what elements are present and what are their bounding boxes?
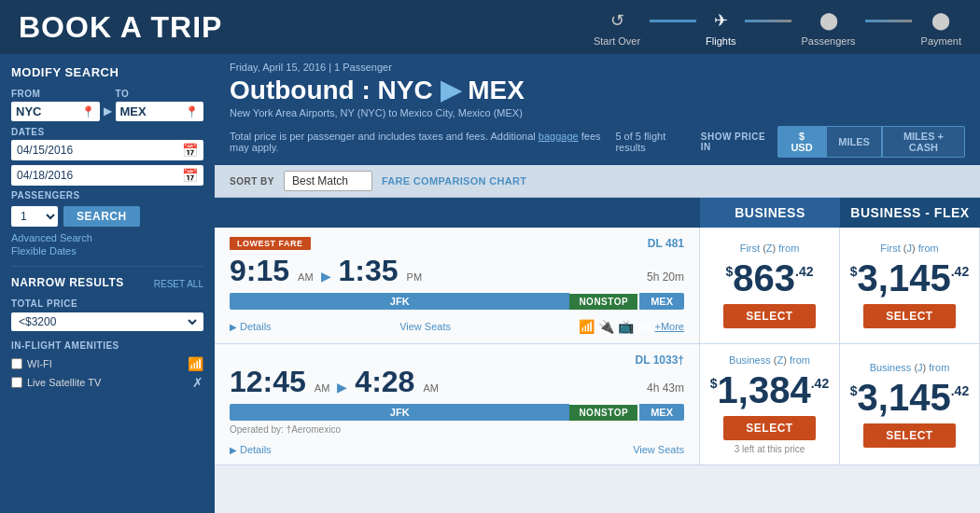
sort-select[interactable]: Best Match Price Duration xyxy=(284,171,372,191)
calendar-icon-2[interactable]: 📅 xyxy=(182,168,198,183)
business-flex-price-main-1: 3,145 xyxy=(858,259,951,297)
trip-title: Outbound : NYC ▶ MEX xyxy=(230,75,965,105)
dates-label: DATES xyxy=(11,127,203,137)
from-to-arrow: ▶ xyxy=(104,104,112,118)
business-flex-select-btn-2[interactable]: SELECT xyxy=(863,423,955,448)
chevron-icon-1: ▶ xyxy=(230,322,237,332)
more-link-1[interactable]: +More xyxy=(654,321,684,332)
col-header-business-flex: BUSINESS - FLEX xyxy=(840,198,980,228)
col-header-business: BUSINESS xyxy=(700,198,840,228)
operated-by-2: Operated by: †Aeromexico xyxy=(230,424,684,435)
trip-meta: Friday, April 15, 2016 | 1 Passenger xyxy=(230,62,965,73)
flight-times-2: 12:45 AM ▶ 4:28 AM xyxy=(230,367,439,396)
col-header-flight xyxy=(215,198,700,228)
sort-bar: SORT BY Best Match Price Duration FARE C… xyxy=(215,165,980,198)
details-link-2[interactable]: ▶ Details xyxy=(230,444,272,455)
satellite-tv-icon: ✗ xyxy=(192,375,203,390)
business-flex-class-label-1: First (J) from xyxy=(880,243,938,254)
business-price-cents-1: .42 xyxy=(795,265,813,278)
business-flex-class-label-2: Business (J) from xyxy=(870,362,950,373)
power-icon: 🔌 xyxy=(598,319,614,334)
business-flex-price-display-2: $ 3,145 .42 xyxy=(850,379,969,416)
page-title: BOOK A TRIP xyxy=(19,10,594,45)
from-airport-2: JFK xyxy=(230,404,569,421)
trip-destination: MEX xyxy=(468,76,525,104)
results-area: SORT BY Best Match Price Duration FARE C… xyxy=(215,165,980,513)
business-price-display-1: $ 863 .42 xyxy=(725,259,813,297)
advanced-search-link[interactable]: Advanced Search xyxy=(11,232,203,243)
business-price-cents-2: .42 xyxy=(811,377,829,390)
route-bar-1: JFK NONSTOP MEX xyxy=(230,293,684,310)
food-icon: 🍽 xyxy=(637,319,651,334)
price-toggle-miles[interactable]: MILES xyxy=(826,126,882,158)
nav-step-flights[interactable]: ✈ Flights xyxy=(706,7,735,47)
date-from-row: 📅 xyxy=(11,140,203,160)
price-info-row: Total price is per passenger and include… xyxy=(230,122,965,165)
price-range-select[interactable]: <$3200 <$2000 <$1500 xyxy=(15,314,200,329)
date-to-row: 📅 xyxy=(11,165,203,186)
modify-search-title: MODIFY SEARCH xyxy=(11,65,203,79)
date-from-input[interactable] xyxy=(17,144,182,157)
business-price-dollar-1: $ xyxy=(725,265,733,278)
reset-all-link[interactable]: RESET ALL xyxy=(154,279,203,289)
flight-footer-1: ▶ Details View Seats 📶 🔌 📺 🍽 +More xyxy=(230,315,684,334)
amenity-satellite-row: Live Satellite TV ✗ xyxy=(11,375,203,390)
route-bar-2: JFK NONSTOP MEX xyxy=(230,404,684,421)
view-seats-link-2[interactable]: View Seats xyxy=(633,444,684,455)
content-header: Friday, April 15, 2016 | 1 Passenger Out… xyxy=(215,54,980,165)
business-price-dollar-2: $ xyxy=(710,377,718,390)
flight-row-2: DL 1033† 12:45 AM ▶ 4:28 AM 4h 43m J xyxy=(215,344,980,465)
business-class-label-2: Business (Z) from xyxy=(729,354,810,366)
amenity-wifi-row: WI-FI 📶 xyxy=(11,356,203,371)
from-input[interactable] xyxy=(16,104,79,118)
flexible-dates-link[interactable]: Flexible Dates xyxy=(11,245,203,256)
business-select-btn-2[interactable]: SELECT xyxy=(723,416,815,440)
duration-1: 5h 20m xyxy=(647,270,684,284)
business-price-main-2: 1,384 xyxy=(718,371,811,409)
trip-subtitle: New York Area Airports, NY (NYC) to Mexi… xyxy=(230,107,965,118)
business-select-btn-1[interactable]: SELECT xyxy=(723,304,815,328)
satellite-tv-label: Live Satellite TV xyxy=(27,377,101,388)
satellite-tv-checkbox[interactable] xyxy=(11,377,22,388)
view-seats-link-1[interactable]: View Seats xyxy=(399,321,451,332)
nav-line-1 xyxy=(650,20,696,22)
sidebar: MODIFY SEARCH FROM 📍 ▶ TO 📍 DATES xyxy=(0,54,215,513)
lowest-fare-badge-1: LOWEST FARE xyxy=(230,237,311,250)
flight-number-2: DL 1033† xyxy=(636,354,684,367)
content-area: Friday, April 15, 2016 | 1 Passenger Out… xyxy=(215,54,980,513)
time-arrow-1: ▶ xyxy=(321,269,331,284)
price-toggle-miles-cash[interactable]: MILES + CASH xyxy=(882,126,965,158)
nav-step-start-over[interactable]: ↺ Start Over xyxy=(594,7,640,47)
business-flex-select-btn-1[interactable]: SELECT xyxy=(863,304,955,328)
amenities-label: IN-FLIGHT AMENITIES xyxy=(11,340,203,351)
business-flex-price-main-2: 3,145 xyxy=(858,379,951,416)
flight-times-1: 9:15 AM ▶ 1:35 PM xyxy=(230,256,422,285)
business-flex-price-display-1: $ 3,145 .42 xyxy=(850,259,969,297)
details-link-1[interactable]: ▶ Details xyxy=(230,321,272,332)
total-price-label: TOTAL PRICE xyxy=(11,298,203,309)
fare-comparison-link[interactable]: FARE COMPARISON CHART xyxy=(382,175,526,187)
nav-line-3 xyxy=(865,20,912,22)
trip-arrow-icon: ▶ xyxy=(441,76,461,104)
baggage-link[interactable]: baggage xyxy=(539,131,579,142)
sidebar-links: Advanced Search Flexible Dates xyxy=(11,232,203,256)
nav-step-passengers[interactable]: ⬤ Passengers xyxy=(801,7,855,47)
arrive-time-1: 1:35 xyxy=(339,256,399,285)
search-button[interactable]: SEARCH xyxy=(63,206,140,227)
col-headers: BUSINESS BUSINESS - FLEX xyxy=(215,198,980,228)
from-airport-1: JFK xyxy=(230,293,569,310)
calendar-icon-1[interactable]: 📅 xyxy=(182,143,198,158)
passengers-select[interactable]: 1 2 3 xyxy=(11,206,58,227)
price-info-text: Total price is per passenger and include… xyxy=(230,131,615,153)
flight-number-1: DL 481 xyxy=(648,237,684,250)
business-flex-price-cents-1: .42 xyxy=(951,265,969,278)
to-input[interactable] xyxy=(120,104,184,118)
wifi-checkbox[interactable] xyxy=(11,358,22,369)
nav-step-payment[interactable]: ⬤ Payment xyxy=(921,7,961,47)
time-arrow-2: ▶ xyxy=(337,380,347,395)
business-flex-price-dollar-1: $ xyxy=(850,265,858,278)
price-toggle-usd[interactable]: $ USD xyxy=(777,126,826,158)
results-count: 5 of 5 flight results xyxy=(615,131,691,153)
date-to-input[interactable] xyxy=(17,169,182,182)
sidebar-divider xyxy=(11,266,203,267)
